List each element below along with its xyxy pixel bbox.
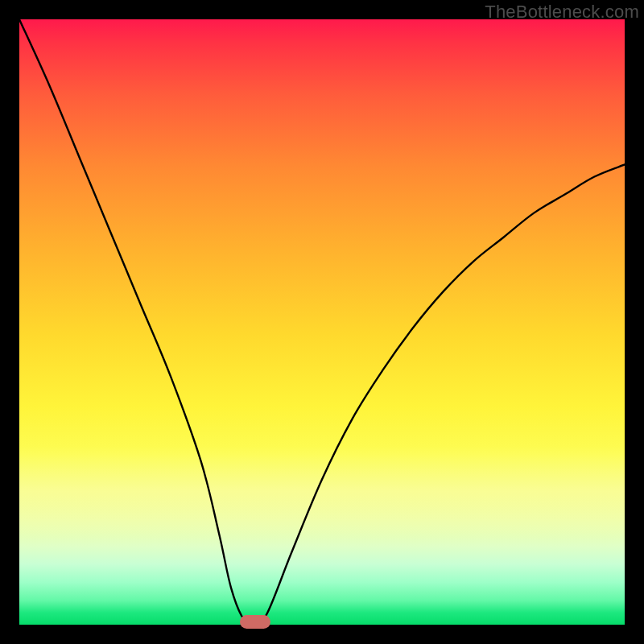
- minimum-marker: [240, 615, 270, 629]
- chart-frame: TheBottleneck.com: [0, 0, 644, 644]
- bottleneck-curve: [19, 19, 625, 625]
- watermark-text: TheBottleneck.com: [485, 2, 639, 23]
- plot-area: [19, 19, 625, 625]
